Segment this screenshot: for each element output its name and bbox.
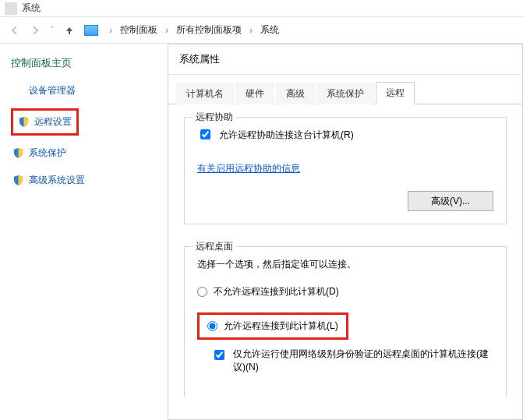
group-legend: 远程协助 (193, 111, 236, 124)
sidebar-home-link[interactable]: 控制面板主页 (11, 56, 157, 70)
tab-remote[interactable]: 远程 (376, 82, 415, 104)
breadcrumb-item[interactable]: 系统 (260, 23, 279, 37)
allow-remote-assist-checkbox[interactable]: 允许远程协助连接这台计算机(R) (197, 129, 493, 142)
sidebar-item-remote-settings[interactable]: 远程设置 (16, 112, 73, 132)
nav-back-button[interactable] (6, 22, 23, 39)
tab-computer-name[interactable]: 计算机名 (176, 83, 234, 104)
shield-icon (12, 147, 24, 159)
system-properties-dialog: 系统属性 计算机名 硬件 高级 系统保护 远程 远程协助 允许远程协助连接这台计… (168, 44, 523, 420)
arrow-right-icon (30, 25, 41, 36)
radio-allow-remote[interactable]: 允许远程连接到此计算机(L) (207, 319, 338, 333)
arrow-left-icon (9, 25, 20, 36)
address-icon[interactable] (84, 25, 98, 36)
highlight-remote-settings: 远程设置 (11, 108, 79, 136)
sidebar-item-device-manager[interactable]: 设备管理器 (11, 81, 157, 101)
chevron-right-icon[interactable]: › (109, 25, 112, 36)
nav-forward-button[interactable] (27, 22, 44, 39)
breadcrumb-item[interactable]: 所有控制面板项 (176, 23, 242, 37)
sidebar-item-label: 高级系统设置 (29, 174, 85, 187)
checkbox-input[interactable] (200, 129, 210, 139)
window-titlebar: 系统 (0, 0, 523, 17)
history-dropdown-icon[interactable]: ˅ (50, 25, 55, 36)
arrow-up-icon (64, 25, 75, 36)
remote-desktop-desc: 选择一个选项，然后指定谁可以连接。 (197, 258, 493, 271)
group-legend: 远程桌面 (193, 240, 236, 253)
radio-label: 不允许远程连接到此计算机(D) (214, 285, 339, 298)
nav-up-button[interactable] (61, 22, 78, 39)
checkbox-input[interactable] (214, 350, 224, 360)
chevron-right-icon[interactable]: › (165, 25, 168, 36)
radio-disallow-remote[interactable]: 不允许远程连接到此计算机(D) (197, 285, 493, 298)
group-remote-assistance: 远程协助 允许远程协助连接这台计算机(R) 有关启用远程协助的信息 高级(V).… (184, 117, 507, 224)
breadcrumb-item[interactable]: 控制面板 (120, 23, 157, 37)
explorer-navbar: ˅ › 控制面板 › 所有控制面板项 › 系统 (0, 17, 523, 44)
window-title: 系统 (22, 2, 41, 15)
chevron-right-icon[interactable]: › (249, 25, 253, 36)
radio-input[interactable] (207, 321, 217, 331)
main-area: 系统属性 计算机名 硬件 高级 系统保护 远程 远程协助 允许远程协助连接这台计… (168, 44, 523, 420)
sidebar-item-label: 远程设置 (34, 115, 72, 129)
dialog-title: 系统属性 (168, 44, 522, 75)
sidebar-item-label: 设备管理器 (29, 84, 76, 97)
sidebar-item-label: 系统保护 (29, 146, 66, 160)
sidebar: 控制面板主页 设备管理器 远程设置 系统保护 高级系统设置 (0, 44, 168, 420)
shield-icon (12, 175, 24, 186)
group-remote-desktop: 远程桌面 选择一个选项，然后指定谁可以连接。 不允许远程连接到此计算机(D) 允… (184, 246, 507, 397)
dialog-tabs: 计算机名 硬件 高级 系统保护 远程 (168, 81, 522, 104)
system-icon (5, 2, 17, 15)
remote-assist-help-link[interactable]: 有关启用远程协助的信息 (197, 162, 300, 175)
advanced-button[interactable]: 高级(V)... (408, 191, 493, 211)
tab-system-protection[interactable]: 系统保护 (316, 83, 374, 104)
dialog-body: 远程协助 允许远程协助连接这台计算机(R) 有关启用远程协助的信息 高级(V).… (168, 104, 522, 420)
sidebar-item-system-protection[interactable]: 系统保护 (11, 143, 157, 163)
radio-label: 允许远程连接到此计算机(L) (224, 319, 338, 333)
tab-advanced[interactable]: 高级 (276, 83, 315, 104)
highlight-allow-remote: 允许远程连接到此计算机(L) (197, 312, 348, 340)
sidebar-item-advanced-system-settings[interactable]: 高级系统设置 (11, 171, 157, 190)
nla-checkbox[interactable]: 仅允许运行使用网络级别身份验证的远程桌面的计算机连接(建议)(N) (211, 348, 493, 374)
checkbox-label: 允许远程协助连接这台计算机(R) (219, 129, 354, 142)
checkbox-label: 仅允许运行使用网络级别身份验证的远程桌面的计算机连接(建议)(N) (233, 348, 493, 374)
tab-hardware[interactable]: 硬件 (235, 83, 274, 104)
radio-input[interactable] (197, 287, 207, 297)
shield-icon (18, 116, 30, 128)
